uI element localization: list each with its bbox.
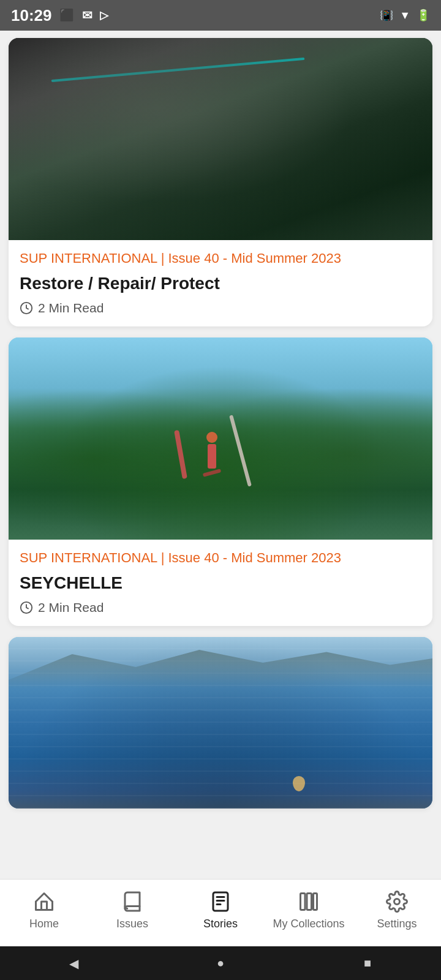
nav-label-issues: Issues: [116, 918, 148, 930]
status-bar-left: 10:29 ⬛ ✉ ▷: [11, 6, 108, 25]
issues-icon: [120, 889, 145, 914]
stories-icon: [208, 889, 233, 914]
card-meta-2: 2 Min Read: [20, 600, 421, 615]
svg-rect-8: [314, 894, 317, 910]
play-icon: ▷: [100, 9, 108, 22]
mail-icon: ✉: [82, 8, 92, 23]
bottom-nav: Home Issues Stories: [0, 879, 441, 946]
nav-label-settings: Settings: [377, 918, 417, 930]
card-title-1: Restore / Repair/ Protect: [20, 273, 421, 295]
card-category-1: SUP INTERNATIONAL | Issue 40 - Mid Summe…: [20, 250, 421, 268]
status-bar: 10:29 ⬛ ✉ ▷ 📳 ▼ 🔋: [0, 0, 441, 31]
article-card-1[interactable]: SUP INTERNATIONAL | Issue 40 - Mid Summe…: [9, 38, 432, 326]
clock-icon-1: [20, 301, 33, 315]
card-body-1: SUP INTERNATIONAL | Issue 40 - Mid Summe…: [9, 240, 432, 326]
sim-icon: ⬛: [59, 8, 75, 23]
card-body-2: SUP INTERNATIONAL | Issue 40 - Mid Summe…: [9, 540, 432, 626]
nav-label-stories: Stories: [203, 918, 238, 930]
nav-item-mycollections[interactable]: My Collections: [265, 889, 353, 930]
article-card-3[interactable]: [9, 637, 432, 809]
card-image-repair: [9, 38, 432, 240]
nav-label-mycollections: My Collections: [273, 918, 344, 930]
clock-icon-2: [20, 601, 33, 614]
read-time-2: 2 Min Read: [38, 600, 104, 615]
nav-item-stories[interactable]: Stories: [176, 889, 265, 930]
card-meta-1: 2 Min Read: [20, 301, 421, 315]
svg-rect-6: [301, 894, 306, 910]
card-image-seychelle: [9, 337, 432, 540]
home-button[interactable]: ●: [208, 951, 233, 976]
card-title-2: SEYCHELLE: [20, 572, 421, 594]
content-area: SUP INTERNATIONAL | Issue 40 - Mid Summe…: [0, 31, 441, 913]
system-nav: ◀ ● ■: [0, 946, 441, 980]
mycollections-icon: [296, 889, 321, 914]
back-button[interactable]: ◀: [61, 951, 86, 976]
battery-icon: 🔋: [417, 9, 430, 22]
nav-item-home[interactable]: Home: [0, 889, 88, 930]
status-time: 10:29: [11, 6, 52, 25]
settings-icon: [385, 889, 409, 914]
nav-label-home: Home: [29, 918, 59, 930]
status-bar-right: 📳 ▼ 🔋: [380, 9, 430, 22]
nav-item-settings[interactable]: Settings: [353, 889, 441, 930]
card-category-2: SUP INTERNATIONAL | Issue 40 - Mid Summe…: [20, 549, 421, 567]
home-icon: [32, 889, 56, 914]
read-time-1: 2 Min Read: [38, 301, 104, 315]
article-card-2[interactable]: SUP INTERNATIONAL | Issue 40 - Mid Summe…: [9, 337, 432, 626]
card-image-ocean: [9, 637, 432, 809]
vibrate-icon: 📳: [380, 9, 393, 22]
wifi-icon: ▼: [399, 9, 410, 22]
svg-rect-7: [307, 894, 312, 910]
svg-point-9: [394, 899, 400, 905]
nav-item-issues[interactable]: Issues: [88, 889, 176, 930]
recent-button[interactable]: ■: [355, 951, 380, 976]
